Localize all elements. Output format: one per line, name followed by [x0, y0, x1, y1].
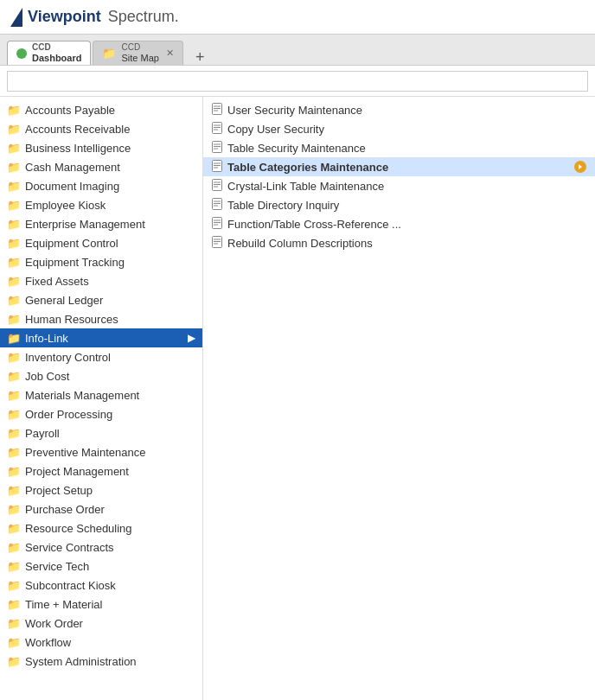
- right-item-copy-user-security[interactable]: Copy User Security: [203, 119, 595, 138]
- tab-dashboard-label1: CCD: [32, 42, 81, 53]
- left-item-label-work-order: Work Order: [25, 617, 195, 630]
- main-content: 📁Accounts Payable📁Accounts Receivable📁Bu…: [0, 97, 595, 700]
- left-item-label-fixed-assets: Fixed Assets: [25, 275, 195, 288]
- folder-icon-preventive-maintenance: 📁: [7, 446, 21, 459]
- folder-icon-work-order: 📁: [7, 617, 21, 630]
- right-item-table-security-maintenance[interactable]: Table Security Maintenance: [203, 138, 595, 157]
- left-item-info-link[interactable]: 📁Info-Link▶: [0, 328, 202, 347]
- right-item-crystal-link-table-maintenance[interactable]: Crystal-Link Table Maintenance: [203, 176, 595, 195]
- app-logo: Viewpoint Spectrum.: [10, 8, 179, 27]
- left-item-general-ledger[interactable]: 📁General Ledger: [0, 290, 202, 309]
- doc-icon-table-categories-maintenance: [212, 160, 222, 175]
- left-item-order-processing[interactable]: 📁Order Processing: [0, 404, 202, 423]
- right-item-label-table-categories-maintenance: Table Categories Maintenance: [227, 161, 569, 174]
- folder-icon-document-imaging: 📁: [7, 180, 21, 193]
- doc-icon-table-security-maintenance: [212, 141, 222, 156]
- right-item-table-directory-inquiry[interactable]: Table Directory Inquiry: [203, 195, 595, 214]
- left-item-equipment-tracking[interactable]: 📁Equipment Tracking: [0, 252, 202, 271]
- left-item-label-inventory-control: Inventory Control: [25, 351, 195, 364]
- left-item-fixed-assets[interactable]: 📁Fixed Assets: [0, 271, 202, 290]
- left-item-business-intelligence[interactable]: 📁Business Intelligence: [0, 138, 202, 157]
- left-item-label-payroll: Payroll: [25, 427, 195, 440]
- logo-brand: Viewpoint: [28, 8, 101, 26]
- left-item-label-employee-kiosk: Employee Kiosk: [25, 199, 195, 212]
- folder-icon-info-link: 📁: [7, 332, 21, 345]
- logo-product: Spectrum.: [108, 8, 179, 26]
- left-item-job-cost[interactable]: 📁Job Cost: [0, 366, 202, 385]
- left-item-label-preventive-maintenance: Preventive Maintenance: [25, 446, 195, 459]
- right-item-rebuild-column-descriptions[interactable]: Rebuild Column Descriptions: [203, 233, 595, 252]
- left-item-label-info-link: Info-Link: [25, 332, 183, 345]
- folder-icon-materials-management: 📁: [7, 389, 21, 402]
- right-item-label-table-directory-inquiry: Table Directory Inquiry: [227, 199, 586, 212]
- tab-sitemap[interactable]: 📁 CCD Site Map ✕: [93, 41, 182, 65]
- left-item-employee-kiosk[interactable]: 📁Employee Kiosk: [0, 195, 202, 214]
- left-item-label-equipment-tracking: Equipment Tracking: [25, 256, 195, 269]
- folder-icon-workflow: 📁: [7, 636, 21, 649]
- doc-icon-function-table-cross-reference: [212, 217, 222, 232]
- left-item-materials-management[interactable]: 📁Materials Management: [0, 385, 202, 404]
- left-item-document-imaging[interactable]: 📁Document Imaging: [0, 176, 202, 195]
- left-item-accounts-payable[interactable]: 📁Accounts Payable: [0, 100, 202, 119]
- tab-sitemap-label2: Site Map: [121, 53, 158, 64]
- left-item-cash-management[interactable]: 📁Cash Management: [0, 157, 202, 176]
- folder-icon-project-setup: 📁: [7, 484, 21, 497]
- folder-icon-human-resources: 📁: [7, 313, 21, 326]
- left-item-human-resources[interactable]: 📁Human Resources: [0, 309, 202, 328]
- tab-dashboard[interactable]: CCD Dashboard: [7, 41, 91, 65]
- search-bar: [0, 66, 595, 97]
- left-item-equipment-control[interactable]: 📁Equipment Control: [0, 233, 202, 252]
- doc-icon-crystal-link-table-maintenance: [212, 179, 222, 194]
- arrow-icon-info-link: ▶: [188, 332, 195, 344]
- left-item-time-material[interactable]: 📁Time + Material: [0, 595, 202, 614]
- add-tab-button[interactable]: +: [189, 49, 212, 65]
- left-item-label-business-intelligence: Business Intelligence: [25, 142, 195, 155]
- right-item-label-user-security-maintenance: User Security Maintenance: [227, 104, 586, 117]
- search-input[interactable]: [7, 71, 588, 92]
- tab-sitemap-labels: CCD Site Map: [121, 42, 158, 64]
- doc-icon-copy-user-security: [212, 122, 222, 137]
- left-item-project-setup[interactable]: 📁Project Setup: [0, 480, 202, 500]
- left-item-subcontract-kiosk[interactable]: 📁Subcontract Kiosk: [0, 576, 202, 595]
- left-item-work-order[interactable]: 📁Work Order: [0, 614, 202, 633]
- left-item-payroll[interactable]: 📁Payroll: [0, 423, 202, 442]
- right-item-function-table-cross-reference[interactable]: Function/Table Cross-Reference ...: [203, 214, 595, 233]
- right-item-label-table-security-maintenance: Table Security Maintenance: [227, 142, 586, 155]
- left-item-service-tech[interactable]: 📁Service Tech: [0, 557, 202, 576]
- left-item-accounts-receivable[interactable]: 📁Accounts Receivable: [0, 119, 202, 138]
- app-header: Viewpoint Spectrum.: [0, 0, 595, 35]
- folder-icon-resource-scheduling: 📁: [7, 522, 21, 535]
- left-item-label-subcontract-kiosk: Subcontract Kiosk: [25, 579, 195, 592]
- left-item-resource-scheduling[interactable]: 📁Resource Scheduling: [0, 519, 202, 538]
- doc-icon-user-security-maintenance: [212, 103, 222, 118]
- left-item-label-resource-scheduling: Resource Scheduling: [25, 522, 195, 535]
- left-item-label-accounts-payable: Accounts Payable: [25, 104, 195, 117]
- left-item-preventive-maintenance[interactable]: 📁Preventive Maintenance: [0, 442, 202, 461]
- right-item-table-categories-maintenance[interactable]: Table Categories Maintenance: [203, 157, 595, 176]
- folder-icon-payroll: 📁: [7, 427, 21, 440]
- logo-triangle-icon: [10, 8, 22, 27]
- left-item-label-cash-management: Cash Management: [25, 161, 195, 174]
- left-item-system-administration[interactable]: 📁System Administration: [0, 652, 202, 671]
- folder-icon-cash-management: 📁: [7, 161, 21, 174]
- folder-icon-equipment-tracking: 📁: [7, 256, 21, 269]
- left-item-purchase-order[interactable]: 📁Purchase Order: [0, 500, 202, 519]
- left-item-label-workflow: Workflow: [25, 636, 195, 649]
- left-item-label-order-processing: Order Processing: [25, 408, 195, 421]
- left-item-label-service-contracts: Service Contracts: [25, 541, 195, 554]
- left-item-project-management[interactable]: 📁Project Management: [0, 461, 202, 480]
- left-item-inventory-control[interactable]: 📁Inventory Control: [0, 347, 202, 366]
- tab-sitemap-close-icon[interactable]: ✕: [166, 48, 174, 59]
- folder-icon-purchase-order: 📁: [7, 503, 21, 516]
- folder-icon-job-cost: 📁: [7, 370, 21, 383]
- folder-icon-equipment-control: 📁: [7, 237, 21, 250]
- folder-icon-project-management: 📁: [7, 465, 21, 478]
- left-item-workflow[interactable]: 📁Workflow: [0, 633, 202, 652]
- left-item-label-equipment-control: Equipment Control: [25, 237, 195, 250]
- left-item-label-job-cost: Job Cost: [25, 370, 195, 383]
- left-item-service-contracts[interactable]: 📁Service Contracts: [0, 538, 202, 557]
- right-item-user-security-maintenance[interactable]: User Security Maintenance: [203, 100, 595, 119]
- left-item-enterprise-management[interactable]: 📁Enterprise Management: [0, 214, 202, 233]
- tab-dashboard-labels: CCD Dashboard: [32, 42, 81, 64]
- left-item-label-accounts-receivable: Accounts Receivable: [25, 123, 195, 136]
